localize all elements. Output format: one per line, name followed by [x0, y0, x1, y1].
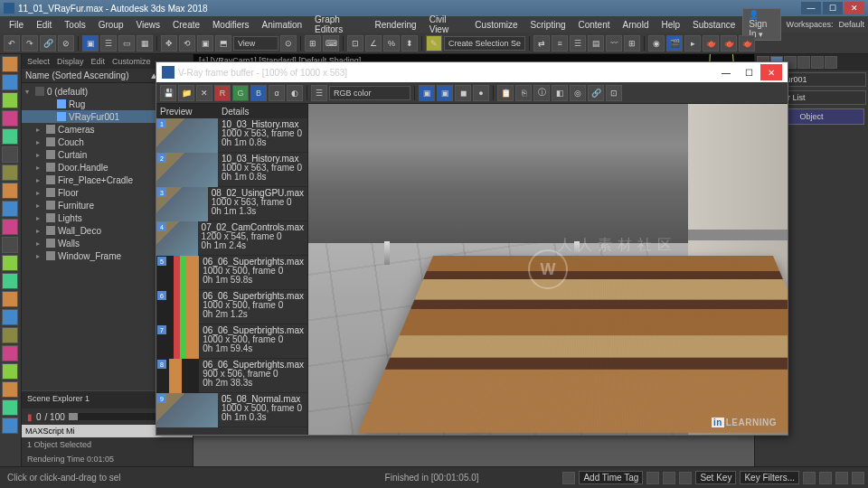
ref-coord-dropdown[interactable]: View	[233, 36, 278, 51]
tool-18[interactable]	[2, 363, 18, 380]
vfb-titlebar[interactable]: V-Ray frame buffer - [100% of 1000 x 563…	[156, 62, 788, 82]
set-key-button[interactable]: Set Key	[695, 471, 736, 484]
expand-icon[interactable]: ▸	[36, 138, 43, 146]
curve-editor-button[interactable]: 〰	[606, 35, 622, 52]
vfb-track-button[interactable]: ▣	[437, 85, 453, 101]
tool-20[interactable]	[2, 399, 18, 416]
tool-14[interactable]	[2, 291, 18, 307]
select-rect-button[interactable]: ▭	[118, 35, 135, 52]
lock-button[interactable]	[562, 472, 575, 484]
vfb-render-view[interactable]: W 人人素材社区 inLEARNING	[308, 104, 788, 435]
keyboard-button[interactable]: ⌨	[323, 35, 339, 52]
se-tab-customize[interactable]: Customize	[112, 57, 151, 66]
align-button[interactable]: ≡	[552, 35, 568, 52]
history-row[interactable]: 506_06_Superbrights.max1000 x 500, frame…	[156, 256, 307, 290]
angle-snap-button[interactable]: ∠	[365, 35, 382, 52]
history-row[interactable]: 110_03_History.max1000 x 563, frame 00h …	[156, 118, 307, 153]
expand-icon[interactable]: ▾	[25, 88, 33, 96]
vfb-r-button[interactable]: R	[214, 85, 231, 101]
vfb-copy-button[interactable]: 📋	[497, 85, 514, 101]
menu-tools[interactable]: Tools	[59, 18, 90, 32]
vfb-hist-button[interactable]: ☰	[311, 85, 327, 101]
menu-content[interactable]: Content	[573, 18, 616, 32]
history-row[interactable]: 806_06_Superbrights.max900 x 506, frame …	[156, 359, 307, 393]
placement-button[interactable]: ⬒	[215, 35, 231, 52]
vfb-lens-button[interactable]: ◎	[570, 85, 586, 101]
schematic-button[interactable]: ⊞	[624, 35, 640, 52]
tool-2[interactable]	[2, 74, 18, 90]
manip-button[interactable]: ⊞	[305, 35, 321, 52]
tool-15[interactable]	[2, 309, 18, 325]
scale-button[interactable]: ▣	[197, 35, 213, 52]
tool-3[interactable]	[2, 92, 18, 108]
nav-4[interactable]	[852, 472, 864, 484]
play-button[interactable]	[663, 472, 675, 484]
unlink-button[interactable]: ⊘	[58, 35, 74, 52]
tool-5[interactable]	[2, 128, 18, 145]
link-button[interactable]: 🔗	[40, 35, 56, 52]
display-tab[interactable]	[811, 56, 824, 69]
mirror-button[interactable]: ⇄	[533, 35, 550, 52]
toggle-button[interactable]: ▤	[588, 35, 604, 52]
tool-8[interactable]	[2, 183, 18, 199]
menu-create[interactable]: Create	[167, 18, 205, 32]
menu-grapheditors[interactable]: Graph Editors	[309, 13, 367, 36]
vfb-render-last-button[interactable]: ●	[473, 85, 489, 101]
rotate-button[interactable]: ⟲	[179, 35, 195, 52]
vfb-cc-button[interactable]: ◧	[552, 85, 568, 101]
vfb-clear-button[interactable]: ✕	[196, 85, 212, 101]
se-tab-display[interactable]: Display	[57, 57, 84, 66]
tool-12[interactable]	[2, 255, 18, 271]
layer-button[interactable]: ☰	[570, 35, 586, 52]
expand-icon[interactable]: ▸	[36, 151, 43, 159]
key-filters-button[interactable]: Key Filters...	[740, 471, 799, 484]
expand-icon[interactable]: ▸	[36, 214, 43, 222]
render-frame-button[interactable]: ▸	[684, 35, 701, 52]
vfb-mono-button[interactable]: ◐	[287, 85, 303, 101]
material-editor-button[interactable]: ◉	[648, 35, 665, 52]
undo-button[interactable]: ↶	[4, 35, 20, 52]
tool-17[interactable]	[2, 345, 18, 361]
percent-snap-button[interactable]: %	[383, 35, 400, 52]
edit-selset-button[interactable]: ✎	[426, 35, 442, 52]
vfb-alpha-button[interactable]: α	[269, 85, 285, 101]
vfb-load-button[interactable]: 📁	[178, 85, 194, 101]
vfb-link-button[interactable]: 🔗	[588, 85, 604, 101]
vfb-g-button[interactable]: G	[232, 85, 249, 101]
menu-scripting[interactable]: Scripting	[525, 18, 571, 32]
menu-civilview[interactable]: Civil View	[424, 13, 468, 36]
vfb-save-button[interactable]: 💾	[160, 85, 176, 101]
history-row[interactable]: 210_03_History.max1000 x 563, frame 00h …	[156, 153, 307, 187]
vfb-b-button[interactable]: B	[250, 85, 267, 101]
history-row[interactable]: 706_06_Superbrights.max1000 x 500, frame…	[156, 324, 307, 359]
tool-1[interactable]	[2, 56, 18, 72]
menu-group[interactable]: Group	[93, 18, 129, 32]
add-time-tag[interactable]: Add Time Tag	[579, 471, 643, 484]
menu-customize[interactable]: Customize	[469, 18, 523, 32]
selection-set-dropdown[interactable]: Create Selection Se	[444, 36, 525, 51]
nav-2[interactable]	[819, 472, 832, 484]
history-row[interactable]: 407_02_CamControls.max1200 x 545, frame …	[156, 221, 307, 256]
expand-icon[interactable]: ▸	[36, 176, 43, 184]
vfb-channel-dropdown[interactable]: RGB color	[329, 86, 410, 100]
expand-icon[interactable]: ▸	[36, 189, 43, 197]
window-crossing-button[interactable]: ▦	[137, 35, 153, 52]
render-setup-button[interactable]: 🎬	[666, 35, 683, 52]
menu-help[interactable]: Help	[656, 18, 685, 32]
expand-icon[interactable]: ▸	[36, 164, 43, 172]
se-tab-edit[interactable]: Edit	[91, 57, 106, 66]
vfb-dup-button[interactable]: ⎘	[515, 85, 532, 101]
menu-arnold[interactable]: Arnold	[618, 18, 655, 32]
tool-6[interactable]	[2, 146, 18, 163]
tool-16[interactable]	[2, 327, 18, 343]
history-row[interactable]: 308_02_UsingGPU.max1000 x 563, frame 00h…	[156, 187, 307, 221]
expand-icon[interactable]: ▸	[36, 239, 43, 248]
menu-modifiers[interactable]: Modifiers	[207, 18, 255, 32]
render-prod-button[interactable]: 🫖	[739, 35, 755, 52]
menu-views[interactable]: Views	[131, 18, 166, 32]
menu-animation[interactable]: Animation	[257, 18, 307, 32]
expand-icon[interactable]: ▸	[36, 252, 43, 260]
menu-edit[interactable]: Edit	[31, 18, 57, 32]
history-row[interactable]: 606_06_Superbrights.max1000 x 500, frame…	[156, 290, 307, 324]
vfb-maximize[interactable]: ☐	[738, 64, 760, 80]
